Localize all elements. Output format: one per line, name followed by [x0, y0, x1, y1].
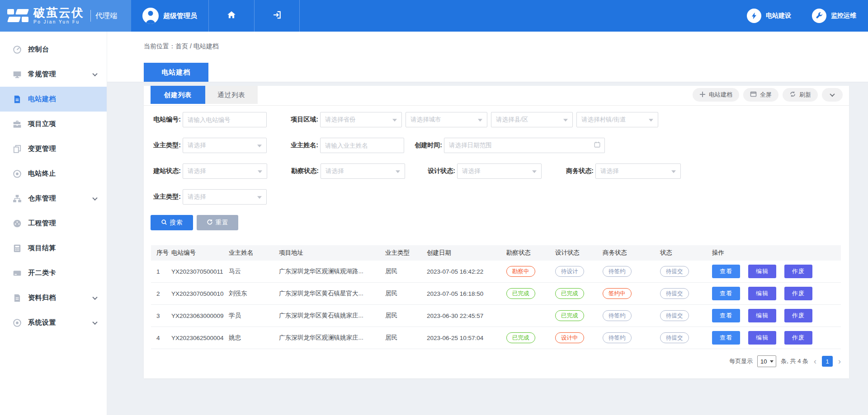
logo-block: 破茧云伏 Po Jian Yun Fu 代理端 [0, 0, 131, 32]
next-page-button[interactable]: › [837, 357, 842, 365]
card-header: 创建列表 通过列表 电站建档 全屏 [144, 86, 849, 106]
void-button[interactable]: 作废 [784, 331, 812, 345]
calculator-icon [13, 244, 22, 253]
edit-button[interactable]: 编辑 [748, 331, 776, 345]
settings-icon [13, 318, 22, 327]
caret-down-icon [649, 119, 653, 121]
survey-status-badge: 已完成 [506, 288, 535, 299]
caret-down-icon [532, 170, 537, 173]
filter-buttons: 搜索 重置 [144, 215, 849, 230]
sidebar-item-system-settings[interactable]: 系统设置 [0, 310, 107, 335]
tab-create-list[interactable]: 创建列表 [151, 86, 205, 104]
county-select[interactable]: 请选择县/区 [491, 112, 573, 127]
village-select[interactable]: 请选择村镇/街道 [576, 112, 658, 127]
station-no-label: 电站编号: [148, 116, 181, 124]
design-status-badge: 待设计 [555, 266, 584, 277]
home-button[interactable] [209, 0, 255, 32]
edit-button[interactable]: 编辑 [748, 287, 776, 300]
owner-name-input[interactable] [320, 138, 404, 153]
build-status-select[interactable]: 请选择 [183, 163, 267, 179]
user-menu[interactable]: 超级管理员 [131, 0, 209, 32]
divider [90, 10, 91, 22]
view-button[interactable]: 查看 [712, 331, 740, 345]
logout-button[interactable] [255, 0, 300, 32]
view-button[interactable]: 查看 [712, 265, 740, 278]
caret-down-icon [257, 145, 262, 147]
sidebar-item-warehouse-mgmt[interactable]: 仓库管理 [0, 186, 107, 211]
owner-type2-label: 业主类型: [148, 193, 181, 201]
search-button[interactable]: 搜索 [151, 215, 193, 230]
edit-button[interactable]: 编辑 [748, 309, 776, 322]
sidebar-item-console[interactable]: 控制台 [0, 37, 107, 62]
survey-status-badge: 勘察中 [506, 266, 535, 277]
owner-name-label: 业主姓名: [287, 141, 318, 149]
add-station-button[interactable]: 电站建档 [693, 88, 739, 102]
created-date: 2023-06-30 22:45:57 [427, 312, 506, 319]
void-button[interactable]: 作废 [784, 309, 812, 322]
dashboard-icon [13, 219, 22, 228]
panel-actions: 电站建档 全屏 刷新 [693, 88, 843, 102]
province-select[interactable]: 请选择省份 [320, 112, 402, 127]
view-button[interactable]: 查看 [712, 309, 740, 322]
sidebar-item-data-archive[interactable]: 资料归档 [0, 285, 107, 310]
brand-logo-icon [7, 9, 29, 23]
sitemap-icon [13, 194, 22, 203]
owner-name: 学员 [229, 312, 279, 320]
owner-type: 居民 [385, 334, 427, 342]
archive-icon [13, 294, 22, 303]
city-select[interactable]: 请选择城市 [406, 112, 487, 127]
sidebar-item-project-initiation[interactable]: 项目立项 [0, 112, 107, 136]
sidebar-item-general-mgmt[interactable]: 常规管理 [0, 62, 107, 87]
void-button[interactable]: 作废 [784, 287, 812, 300]
chevron-down-icon [92, 71, 97, 76]
logo-text: 破茧云伏 Po Jian Yun Fu [33, 7, 84, 25]
brand-subtitle: Po Jian Yun Fu [33, 20, 84, 25]
refresh-button[interactable]: 刷新 [783, 88, 818, 102]
edit-button[interactable]: 编辑 [748, 265, 776, 278]
station-no-input[interactable] [183, 112, 267, 127]
wrench-icon [812, 9, 826, 23]
view-button[interactable]: 查看 [712, 287, 740, 300]
owner-type-select[interactable]: 请选择 [183, 138, 267, 153]
caret-down-icon [392, 119, 397, 121]
username: 超级管理员 [163, 12, 197, 20]
filter-row-2: 业主类型: 请选择 业主姓名: 创建时间: 请选择日期范围 [144, 138, 849, 153]
station-no: YX2023070500011 [171, 268, 229, 275]
project-address: 广东深圳龙华区观澜镇观湖路... [279, 267, 385, 275]
void-button[interactable]: 作废 [784, 265, 812, 278]
module-station-build[interactable]: 电站建设 [747, 9, 791, 23]
date-range-input[interactable]: 请选择日期范围 [444, 138, 605, 153]
document-icon [13, 95, 22, 104]
card-icon [13, 269, 22, 278]
tab-passed-list[interactable]: 通过列表 [205, 86, 258, 104]
filter-row-1: 电站编号: 项目区域: 请选择省份 请选择城市 请选择县/区 [144, 112, 849, 127]
avatar-icon [142, 8, 159, 24]
home-icon [226, 10, 236, 22]
reset-button[interactable]: 重置 [197, 215, 238, 230]
owner-type: 居民 [385, 267, 427, 275]
caret-down-icon [258, 170, 262, 173]
survey-status-select[interactable]: 请选择 [321, 163, 405, 179]
business-status-badge: 待签约 [603, 266, 632, 277]
business-status-select[interactable]: 请选择 [595, 163, 681, 179]
per-page-select[interactable]: 10 [757, 355, 776, 367]
page-number[interactable]: 1 [822, 356, 833, 367]
module-monitor-ops[interactable]: 监控运维 [812, 9, 856, 23]
breadcrumb-path[interactable]: 首页 / 电站建档 [175, 42, 219, 50]
owner-type2-select[interactable]: 请选择 [183, 189, 267, 205]
owner-name: 刘强东 [229, 289, 279, 298]
collapse-button[interactable] [822, 88, 843, 102]
fullscreen-button[interactable]: 全屏 [743, 88, 778, 102]
sidebar-item-type2-card[interactable]: 开二类卡 [0, 261, 107, 285]
design-status-badge: 设计中 [555, 332, 584, 343]
page-tab-station-filing[interactable]: 电站建档 [144, 63, 208, 82]
station-no: YX2023070500010 [171, 290, 229, 297]
sidebar-item-project-settlement[interactable]: 项目结算 [0, 236, 107, 261]
sidebar-item-engineering-mgmt[interactable]: 工程管理 [0, 211, 107, 236]
prev-page-button[interactable]: ‹ [813, 357, 817, 365]
sidebar-item-station-termination[interactable]: 电站终止 [0, 161, 107, 186]
sidebar-item-change-mgmt[interactable]: 变更管理 [0, 136, 107, 161]
sidebar-item-station-filing[interactable]: 电站建档 [0, 87, 107, 112]
chevron-down-icon [92, 294, 97, 299]
design-status-select[interactable]: 请选择 [457, 163, 542, 179]
